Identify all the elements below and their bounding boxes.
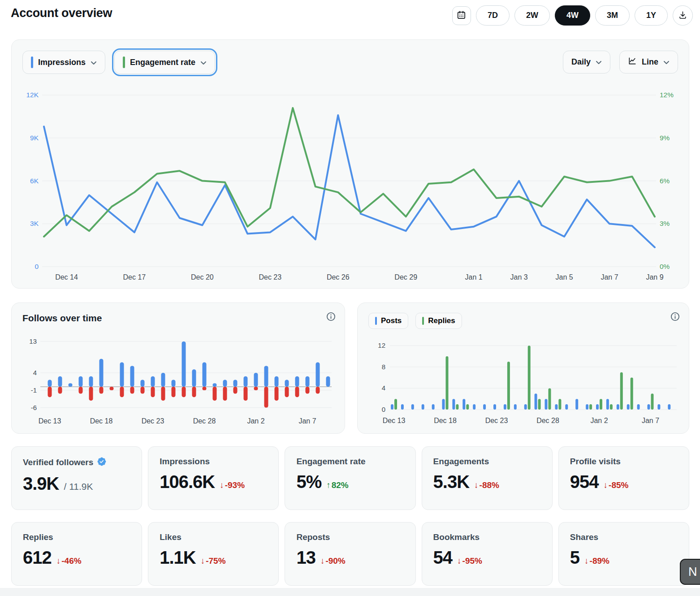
impressions-series-selector[interactable]: Impressions: [22, 51, 105, 74]
svg-text:Dec 29: Dec 29: [394, 273, 417, 281]
info-button[interactable]: [326, 312, 336, 323]
stat-card-bookmarks: Bookmarks 54 ↓-95%: [422, 522, 553, 586]
engagement-accent-bar: [123, 56, 125, 68]
next-button[interactable]: N: [680, 559, 700, 585]
granularity-dropdown[interactable]: Daily: [563, 51, 610, 73]
follows-over-time-card: Follows over time 134-1-6Dec 13Dec 18Dec…: [11, 302, 345, 434]
svg-text:4: 4: [382, 384, 385, 392]
stat-delta: ↓-93%: [220, 480, 245, 490]
svg-text:9K: 9K: [30, 134, 39, 142]
stat-value: 954: [570, 472, 599, 492]
info-button[interactable]: [670, 312, 680, 323]
stat-delta: ↓-95%: [457, 556, 482, 566]
svg-text:Dec 17: Dec 17: [123, 273, 146, 281]
svg-text:Dec 20: Dec 20: [191, 273, 214, 281]
stat-label: Shares: [570, 532, 598, 542]
svg-text:4: 4: [33, 369, 37, 376]
range-2w-button[interactable]: 2W: [514, 5, 550, 26]
stat-label: Likes: [160, 532, 181, 542]
chart-type-label: Line: [642, 57, 658, 67]
download-icon: [678, 11, 687, 21]
stat-card-verified-followers: Verified followers 3.9K / 11.9K: [11, 446, 142, 510]
svg-text:6K: 6K: [30, 177, 39, 185]
svg-text:Dec 18: Dec 18: [434, 417, 457, 424]
svg-text:Jan 5: Jan 5: [556, 273, 573, 281]
chevron-down-icon: [596, 57, 602, 67]
stat-value: 13: [296, 548, 315, 568]
main-line-chart[interactable]: 00%3K3%6K6%9K9%12K12%Dec 14Dec 17Dec 20D…: [22, 81, 678, 284]
page-title: Account overview: [11, 6, 112, 20]
svg-text:Jan 2: Jan 2: [247, 417, 264, 425]
range-4w-button[interactable]: 4W: [555, 5, 590, 26]
replies-legend-label: Replies: [428, 316, 455, 325]
chevron-down-icon: [200, 58, 207, 67]
stat-label: Impressions: [160, 457, 210, 466]
engagement-rate-series-selector[interactable]: Engagement rate: [114, 51, 215, 74]
down-arrow-icon: ↓: [56, 556, 61, 566]
svg-text:Jan 7: Jan 7: [601, 273, 618, 281]
impressions-line: [44, 115, 655, 247]
svg-text:Jan 3: Jan 3: [510, 273, 528, 281]
stat-card-profile-visits: Profile visits 954 ↓-85%: [558, 446, 689, 510]
posts-replies-bars: [391, 346, 670, 410]
stat-label: Verified followers: [23, 458, 93, 467]
line-chart-icon: [628, 56, 637, 68]
svg-text:Jan 2: Jan 2: [590, 417, 608, 424]
chevron-down-icon: [663, 57, 670, 67]
stat-value: 5: [570, 548, 579, 568]
down-arrow-icon: ↓: [604, 480, 608, 490]
svg-text:Dec 23: Dec 23: [485, 417, 508, 424]
stat-card-engagements: Engagements 5.3K ↓-88%: [422, 446, 553, 510]
svg-text:0: 0: [382, 406, 385, 413]
chart-type-dropdown[interactable]: Line: [619, 51, 678, 73]
down-arrow-icon: ↓: [474, 480, 479, 490]
stat-delta: ↓-89%: [584, 556, 609, 566]
download-button[interactable]: [673, 5, 693, 26]
stat-label: Profile visits: [570, 457, 621, 466]
svg-text:12: 12: [378, 341, 385, 349]
svg-text:Jan 1: Jan 1: [465, 273, 483, 281]
range-1y-button[interactable]: 1Y: [635, 5, 668, 26]
impressions-series-label: Impressions: [38, 58, 86, 67]
verified-badge-icon: [97, 457, 107, 468]
impressions-accent-bar: [31, 56, 33, 68]
legend-posts[interactable]: Posts: [368, 313, 408, 329]
svg-text:8: 8: [382, 363, 385, 371]
engagement-rate-line: [44, 108, 655, 237]
stat-value: 5.3K: [433, 472, 470, 492]
stat-delta: ↑82%: [326, 480, 349, 490]
time-range-controls: 7D 2W 4W 3M 1Y: [452, 5, 693, 26]
svg-text:Jan 7: Jan 7: [642, 417, 659, 424]
svg-text:Dec 23: Dec 23: [142, 417, 164, 425]
posts-replies-bar-chart[interactable]: 04812Dec 13Dec 18Dec 23Dec 28Jan 2Jan 7: [368, 333, 678, 428]
stat-label: Reposts: [296, 532, 330, 542]
svg-text:-6: -6: [31, 404, 37, 411]
follows-bars: [48, 341, 330, 408]
stat-card-likes: Likes 1.1K ↓-75%: [148, 522, 279, 586]
range-3m-button[interactable]: 3M: [595, 5, 630, 26]
down-arrow-icon: ↓: [220, 480, 224, 490]
range-7d-button[interactable]: 7D: [476, 5, 510, 26]
svg-text:Dec 18: Dec 18: [90, 417, 113, 425]
stat-delta: ↓-75%: [201, 556, 226, 566]
next-section-edge: [0, 588, 700, 596]
stat-label: Engagement rate: [296, 457, 365, 466]
granularity-label: Daily: [571, 57, 591, 67]
down-arrow-icon: ↓: [457, 556, 462, 566]
up-arrow-icon: ↑: [326, 480, 331, 490]
stats-row-2: Replies 612 ↓-46% Likes 1.1K ↓-75% Repos…: [11, 522, 689, 586]
stat-card-impressions: Impressions 106.6K ↓-93%: [148, 446, 279, 510]
stat-card-shares: Shares 5 ↓-89%: [558, 522, 689, 586]
chevron-down-icon: [91, 58, 97, 67]
svg-text:0%: 0%: [660, 263, 670, 270]
calendar-button[interactable]: [452, 6, 471, 25]
svg-text:Dec 13: Dec 13: [39, 417, 61, 425]
stat-card-engagement-rate: Engagement rate 5% ↑82%: [285, 446, 415, 510]
svg-text:Jan 9: Jan 9: [646, 273, 663, 281]
down-arrow-icon: ↓: [584, 556, 589, 566]
stat-card-replies: Replies 612 ↓-46%: [11, 522, 142, 586]
posts-color-tick: [375, 317, 377, 325]
follows-bar-chart[interactable]: 134-1-6Dec 13Dec 18Dec 23Dec 28Jan 2Jan …: [22, 328, 335, 428]
stats-row-1: Verified followers 3.9K / 11.9K Impressi…: [11, 446, 689, 510]
legend-replies[interactable]: Replies: [415, 313, 462, 329]
